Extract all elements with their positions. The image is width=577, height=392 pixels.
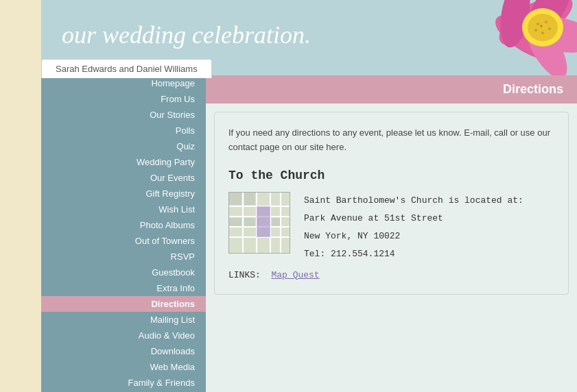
intro-text: If you need any directions to any event,…: [228, 126, 554, 155]
sidebar-item-mailing-list[interactable]: Mailing List: [41, 312, 206, 328]
svg-rect-23: [257, 206, 270, 237]
sidebar: HomepageFrom UsOur StoriesPollsQuizWeddi…: [41, 75, 206, 392]
links-line: LINKS: Map Quest: [228, 270, 554, 280]
sidebar-item-downloads[interactable]: Downloads: [41, 343, 206, 359]
sidebar-item-family---friends[interactable]: Family & Friends: [41, 375, 206, 391]
svg-rect-27: [272, 218, 280, 226]
sidebar-item-out-of-towners[interactable]: Out of Towners: [41, 233, 206, 249]
header-title: our wedding celebration.: [62, 21, 311, 49]
svg-point-12: [534, 29, 537, 32]
content-box: If you need any directions to any event,…: [214, 112, 569, 295]
sidebar-item-web-media[interactable]: Web Media: [41, 359, 206, 375]
sidebar-item-wedding-party[interactable]: Wedding Party: [41, 154, 206, 170]
sidebar-item-from-us[interactable]: From Us: [41, 91, 206, 107]
sidebar-item-gift-registry[interactable]: Gift Registry: [41, 186, 206, 201]
sidebar-item-wish-list[interactable]: Wish List: [41, 201, 206, 217]
page-title-bar: Directions: [206, 75, 577, 103]
map-thumbnail[interactable]: [228, 192, 290, 254]
svg-rect-24: [229, 193, 242, 205]
svg-point-13: [541, 25, 543, 27]
sidebar-item-extra-info[interactable]: Extra Info: [41, 280, 206, 296]
svg-rect-25: [244, 193, 255, 205]
sidebar-item-quiz[interactable]: Quiz: [41, 138, 206, 154]
sidebar-item-photo-albums[interactable]: Photo Albums: [41, 217, 206, 233]
svg-point-8: [537, 23, 539, 25]
svg-rect-26: [244, 218, 255, 226]
svg-point-9: [545, 21, 547, 23]
left-border: [0, 0, 41, 392]
sidebar-item-our-events[interactable]: Our Events: [41, 170, 206, 186]
svg-point-10: [548, 27, 551, 30]
flower-decoration: [440, 0, 577, 75]
main-content: Directions If you need any directions to…: [206, 75, 577, 392]
church-heading: To the Church: [228, 169, 554, 182]
sidebar-item-audio---video[interactable]: Audio & Video: [41, 328, 206, 343]
sidebar-item-rsvp[interactable]: RSVP: [41, 249, 206, 265]
links-label: LINKS:: [228, 270, 261, 280]
map-quest-link[interactable]: Map Quest: [271, 270, 319, 280]
sidebar-item-guestbook[interactable]: Guestbook: [41, 265, 206, 280]
svg-point-7: [528, 14, 558, 41]
sidebar-item-directions[interactable]: Directions: [41, 296, 206, 312]
sidebar-item-our-stories[interactable]: Our Stories: [41, 107, 206, 123]
svg-rect-28: [229, 218, 242, 226]
svg-point-11: [541, 32, 544, 34]
sidebar-item-polls[interactable]: Polls: [41, 123, 206, 138]
couple-name-tab: Sarah Edwards and Daniel Williams: [41, 59, 212, 78]
